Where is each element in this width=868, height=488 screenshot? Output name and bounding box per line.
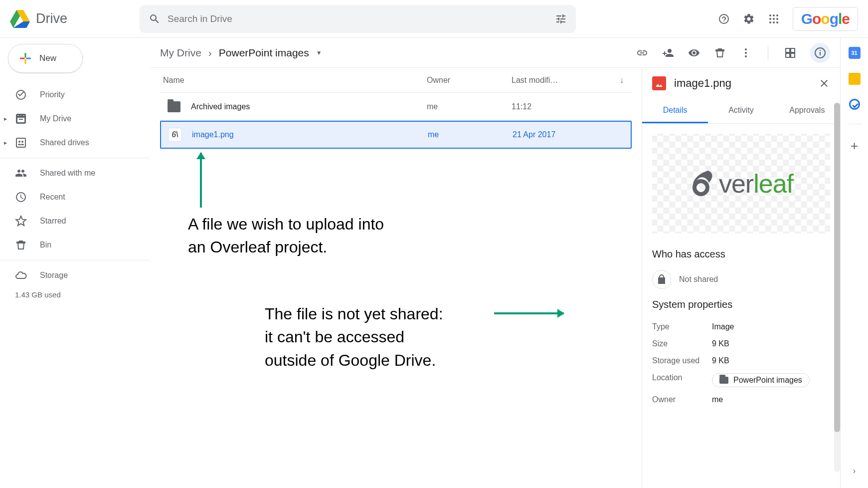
chevron-right-icon[interactable]: ▸	[4, 139, 7, 146]
close-icon[interactable]	[818, 77, 830, 89]
tab-approvals[interactable]: Approvals	[774, 99, 840, 123]
tab-details[interactable]: Details	[642, 99, 708, 123]
prop-type-val: Image	[712, 322, 734, 331]
sidebar-item-label: Priority	[40, 90, 65, 99]
access-row: Not shared	[642, 265, 840, 294]
prop-owner-key: Owner	[652, 395, 712, 404]
access-value: Not shared	[679, 275, 718, 284]
prop-owner-val: me	[712, 395, 723, 404]
file-modified: 11:12	[512, 102, 612, 111]
col-owner[interactable]: Owner	[427, 76, 512, 85]
sidebar-item-starred[interactable]: Starred	[0, 209, 150, 233]
sidebar-item-label: Recent	[40, 193, 65, 202]
keep-icon[interactable]	[849, 73, 861, 85]
file-owner: me	[428, 130, 513, 139]
help-icon[interactable]	[718, 13, 730, 25]
main-header: My Drive › PowerPoint images ▼	[150, 38, 840, 68]
breadcrumb-current[interactable]: PowerPoint images	[219, 47, 309, 59]
svg-point-5	[776, 18, 778, 20]
addons-plus-icon[interactable]: +	[851, 138, 858, 154]
overleaf-leaf-icon	[689, 169, 719, 199]
plus-multicolor-icon	[18, 51, 32, 65]
svg-point-8	[776, 21, 778, 23]
add-person-icon[interactable]	[662, 47, 674, 59]
storage-used-text: 1.43 GB used	[0, 290, 150, 299]
trash-icon[interactable]	[714, 47, 726, 59]
sidebar-item-storage[interactable]: Storage	[0, 263, 150, 287]
file-list: Name Owner Last modifi… ↓ Archived image…	[150, 68, 642, 488]
tune-icon[interactable]	[555, 13, 567, 25]
file-row-folder[interactable]: Archived images me 11:12	[160, 93, 632, 121]
grid-view-icon[interactable]	[784, 47, 796, 59]
image-file-icon: 6\	[168, 128, 182, 142]
prop-type-key: Type	[652, 322, 712, 331]
prop-storage-val: 9 KB	[712, 356, 729, 365]
cloud-icon	[15, 269, 27, 281]
tasks-icon[interactable]	[849, 99, 860, 110]
sidebar-item-priority[interactable]: Priority	[0, 83, 150, 107]
info-icon	[814, 47, 826, 59]
image-type-icon	[652, 76, 666, 90]
scrollbar[interactable]	[834, 103, 840, 472]
top-bar-icons: Google	[718, 7, 858, 31]
drive-logo[interactable]: Drive	[10, 10, 140, 28]
sort-arrow-icon[interactable]: ↓	[612, 76, 632, 85]
breadcrumb-root[interactable]: My Drive	[160, 47, 201, 59]
file-preview: verleaf	[652, 134, 830, 234]
search-icon	[149, 13, 161, 25]
sidebar-item-mydrive[interactable]: ▸ My Drive	[0, 107, 150, 131]
sidebar-item-label: Storage	[40, 271, 68, 280]
search-box[interactable]	[140, 5, 576, 33]
new-button[interactable]: New	[8, 44, 83, 73]
details-tabs: Details Activity Approvals	[642, 99, 840, 124]
svg-point-6	[769, 21, 771, 23]
svg-point-4	[773, 18, 775, 20]
prop-location-key: Location	[652, 373, 712, 387]
details-panel: image1.png Details Activity Approvals	[642, 68, 840, 488]
apps-grid-icon[interactable]	[768, 13, 780, 25]
dropdown-caret-icon[interactable]: ▼	[316, 49, 322, 56]
settings-gear-icon[interactable]	[743, 13, 755, 25]
svg-point-12	[21, 141, 23, 143]
folder-icon	[168, 101, 180, 112]
get-link-icon[interactable]	[636, 47, 648, 59]
sidebar-item-sharedwithme[interactable]: Shared with me	[0, 161, 150, 185]
svg-rect-18	[820, 50, 821, 51]
svg-rect-19	[652, 76, 666, 90]
prop-size-val: 9 KB	[712, 339, 729, 348]
svg-point-14	[745, 52, 747, 54]
svg-point-11	[18, 141, 20, 143]
sidebar-item-shareddrives[interactable]: ▸ Shared drives	[0, 131, 150, 155]
search-input[interactable]	[168, 13, 555, 24]
chevron-right-icon: ›	[208, 47, 212, 59]
file-row-selected[interactable]: 6\ image1.png me 21 Apr 2017	[160, 121, 632, 149]
svg-point-0	[769, 14, 771, 16]
drive-triangle-icon	[10, 10, 30, 28]
calendar-icon[interactable]: 31	[849, 47, 861, 59]
col-modified[interactable]: Last modifi…	[512, 76, 612, 85]
google-brand[interactable]: Google	[793, 7, 858, 31]
tab-activity[interactable]: Activity	[708, 99, 774, 123]
sidebar-item-recent[interactable]: Recent	[0, 185, 150, 209]
col-name[interactable]: Name	[160, 76, 427, 85]
preview-eye-icon[interactable]	[688, 47, 700, 59]
sidebar-item-bin[interactable]: Bin	[0, 233, 150, 257]
details-filename: image1.png	[674, 77, 731, 90]
prop-location-val: PowerPoint images	[733, 376, 802, 385]
chevron-right-icon[interactable]: ▸	[4, 115, 7, 122]
more-vert-icon[interactable]	[740, 47, 752, 59]
sidebar-item-label: Shared with me	[40, 169, 95, 178]
annotation-arrow-2	[494, 312, 564, 314]
sidebar-item-label: Shared drives	[40, 138, 89, 147]
info-button-active[interactable]	[810, 43, 830, 63]
rail-collapse-icon[interactable]: ›	[848, 464, 862, 478]
prop-size-key: Size	[652, 339, 712, 348]
right-rail: 31 + ›	[840, 38, 868, 488]
svg-point-7	[773, 21, 775, 23]
file-name: image1.png	[189, 130, 428, 139]
overleaf-logo: verleaf	[689, 169, 793, 199]
folder-icon	[719, 377, 728, 384]
svg-point-13	[745, 48, 747, 50]
annotation-arrow-1	[200, 153, 202, 208]
location-chip[interactable]: PowerPoint images	[712, 373, 810, 387]
